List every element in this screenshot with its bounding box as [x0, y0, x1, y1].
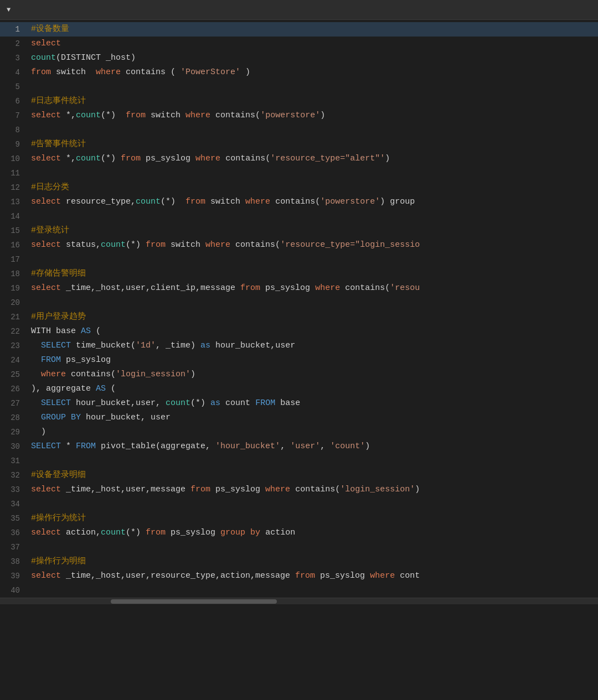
code-content[interactable]: GROUP BY hour_bucket, user [29, 411, 598, 425]
code-content[interactable] [29, 166, 598, 180]
code-content[interactable] [29, 583, 598, 598]
code-line: 24 FROM ps_syslog [0, 353, 598, 367]
line-number: 31 [0, 454, 29, 468]
code-content[interactable]: #设备数量 [29, 22, 598, 37]
code-content[interactable]: #日志分类 [29, 180, 598, 195]
code-line: 14 [0, 209, 598, 224]
line-number: 5 [0, 80, 29, 94]
line-number: 2 [0, 37, 29, 51]
code-line: 18#存储告警明细 [0, 267, 598, 281]
line-number: 36 [0, 526, 29, 540]
code-content[interactable]: WITH base AS ( [29, 324, 598, 339]
line-number: 20 [0, 295, 29, 310]
line-number: 21 [0, 310, 29, 324]
line-number: 1 [0, 22, 29, 37]
code-content[interactable]: SELECT hour_bucket,user, count(*) as cou… [29, 396, 598, 411]
code-line: 33select _time,_host,user,message from p… [0, 483, 598, 497]
code-content[interactable]: SELECT time_bucket('1d', _time) as hour_… [29, 339, 598, 353]
editor-container: ▼ 1#设备数量2select3count(DISTINCT _host)4fr… [0, 0, 598, 700]
code-line: 15#登录统计 [0, 224, 598, 238]
code-line: 6#日志事件统计 [0, 94, 598, 108]
code-content[interactable]: select _time,_host,user,message from ps_… [29, 483, 598, 497]
code-content[interactable]: #日志事件统计 [29, 94, 598, 108]
code-line: 22WITH base AS ( [0, 324, 598, 339]
line-number: 30 [0, 439, 29, 454]
code-line: 1#设备数量 [0, 22, 598, 37]
line-number: 39 [0, 569, 29, 583]
line-number: 26 [0, 382, 29, 396]
code-line: 36select action,count(*) from ps_syslog … [0, 526, 598, 540]
code-line: 2select [0, 37, 598, 51]
line-number: 27 [0, 396, 29, 411]
line-number: 28 [0, 411, 29, 425]
toolbar-arrow[interactable]: ▼ [7, 6, 11, 14]
code-content[interactable]: select resource_type,count(*) from switc… [29, 195, 598, 209]
code-content[interactable]: select action,count(*) from ps_syslog gr… [29, 526, 598, 540]
code-content[interactable]: select *,count(*) from switch where cont… [29, 108, 598, 123]
code-line: 5 [0, 80, 598, 94]
code-content[interactable]: select _time,_host,user,client_ip,messag… [29, 281, 598, 295]
code-line: 30SELECT * FROM pivot_table(aggregate, '… [0, 439, 598, 454]
code-content[interactable]: where contains('login_session') [29, 367, 598, 382]
code-content[interactable] [29, 209, 598, 224]
code-content[interactable]: ) [29, 425, 598, 439]
code-line: 4from switch where contains ( 'PowerStor… [0, 65, 598, 80]
code-content[interactable]: from switch where contains ( 'PowerStore… [29, 65, 598, 80]
code-content[interactable]: #用户登录趋势 [29, 310, 598, 324]
line-number: 37 [0, 540, 29, 554]
code-content[interactable] [29, 295, 598, 310]
line-number: 4 [0, 65, 29, 80]
code-content[interactable]: select status,count(*) from switch where… [29, 238, 598, 252]
code-content[interactable]: #操作行为明细 [29, 554, 598, 569]
code-content[interactable] [29, 252, 598, 267]
line-number: 33 [0, 483, 29, 497]
toolbar: ▼ [0, 0, 598, 20]
code-content[interactable] [29, 454, 598, 468]
code-content[interactable] [29, 80, 598, 94]
line-number: 6 [0, 94, 29, 108]
code-content[interactable] [29, 540, 598, 554]
code-content[interactable]: SELECT * FROM pivot_table(aggregate, 'ho… [29, 439, 598, 454]
code-content[interactable]: select _time,_host,user,resource_type,ac… [29, 569, 598, 583]
line-number: 40 [0, 583, 29, 598]
code-line: 40 [0, 583, 598, 598]
code-content[interactable]: select [29, 37, 598, 51]
code-line: 13select resource_type,count(*) from swi… [0, 195, 598, 209]
code-content[interactable]: count(DISTINCT _host) [29, 51, 598, 65]
code-content[interactable] [29, 497, 598, 511]
code-content[interactable] [29, 123, 598, 137]
code-content[interactable]: #操作行为统计 [29, 511, 598, 526]
line-number: 9 [0, 137, 29, 152]
code-content[interactable]: ), aggregate AS ( [29, 382, 598, 396]
code-line: 25 where contains('login_session') [0, 367, 598, 382]
line-number: 12 [0, 180, 29, 195]
line-number: 18 [0, 267, 29, 281]
line-number: 13 [0, 195, 29, 209]
line-number: 32 [0, 468, 29, 483]
line-number: 15 [0, 224, 29, 238]
line-number: 11 [0, 166, 29, 180]
code-line: 32#设备登录明细 [0, 468, 598, 483]
code-line: 3count(DISTINCT _host) [0, 51, 598, 65]
code-line: 19select _time,_host,user,client_ip,mess… [0, 281, 598, 295]
line-number: 29 [0, 425, 29, 439]
code-line: 9#告警事件统计 [0, 137, 598, 152]
code-line: 8 [0, 123, 598, 137]
line-number: 14 [0, 209, 29, 224]
code-content[interactable]: FROM ps_syslog [29, 353, 598, 367]
code-line: 17 [0, 252, 598, 267]
line-number: 38 [0, 554, 29, 569]
scrollbar-thumb[interactable] [111, 599, 277, 604]
line-number: 10 [0, 152, 29, 166]
code-content[interactable]: #告警事件统计 [29, 137, 598, 152]
code-line: 23 SELECT time_bucket('1d', _time) as ho… [0, 339, 598, 353]
code-content[interactable]: #存储告警明细 [29, 267, 598, 281]
code-line: 20 [0, 295, 598, 310]
line-number: 35 [0, 511, 29, 526]
code-content[interactable]: #设备登录明细 [29, 468, 598, 483]
code-content[interactable]: select *,count(*) from ps_syslog where c… [29, 152, 598, 166]
code-content[interactable]: #登录统计 [29, 224, 598, 238]
scrollbar-area[interactable] [0, 598, 598, 604]
code-line: 34 [0, 497, 598, 511]
line-number: 8 [0, 123, 29, 137]
